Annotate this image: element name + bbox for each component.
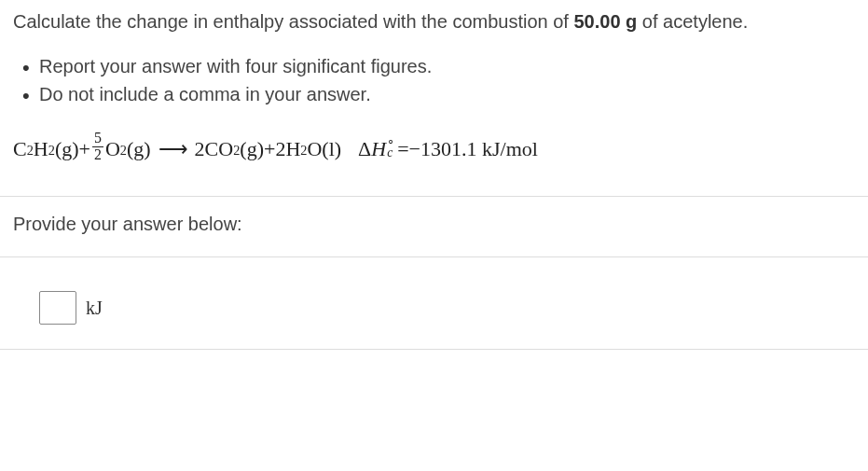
- eq-subsup: ∘c: [386, 138, 397, 159]
- eq-text: O: [307, 133, 322, 164]
- eq-text: O: [105, 133, 120, 164]
- reactant-1: C2H2(g): [13, 133, 79, 164]
- instruction-list: Report your answer with four significant…: [13, 52, 855, 108]
- eq-subc: c: [387, 144, 393, 162]
- instruction-item: Do not include a comma in your answer.: [39, 80, 855, 108]
- intro-after: of acetylene.: [637, 11, 748, 32]
- answer-prompt: Provide your answer below:: [13, 197, 855, 247]
- reactant-2: O2(g): [105, 133, 151, 164]
- frac-num: 5: [92, 131, 103, 147]
- eq-value: −1301.1 kJ/mol: [409, 133, 538, 164]
- unit-label: kJ: [86, 294, 103, 322]
- intro-before: Calculate the change in enthalpy associa…: [13, 11, 573, 32]
- frac-den: 2: [92, 147, 103, 163]
- divider: [0, 349, 868, 350]
- equation: C2H2(g) + 5 2 O2(g) ⟶ 2 CO2(g) + 2 H2O(l…: [13, 132, 855, 164]
- product-2: 2 H2O(l): [275, 133, 341, 164]
- arrow-icon: ⟶: [158, 133, 187, 164]
- eq-text: H: [34, 133, 48, 164]
- eq-coef: 2: [275, 133, 285, 164]
- instruction-item: Report your answer with four significant…: [39, 52, 855, 80]
- eq-delta: Δ: [358, 133, 371, 164]
- eq-equals: =: [397, 133, 408, 164]
- eq-phase: (g): [55, 133, 79, 164]
- eq-phase: (l): [322, 133, 341, 164]
- eq-text: C: [13, 133, 27, 164]
- delta-h: ΔH∘c: [358, 133, 397, 164]
- intro-mass: 50.00 g: [573, 11, 637, 32]
- answer-area: kJ: [13, 257, 855, 349]
- eq-phase: (g): [240, 133, 264, 164]
- eq-text: H: [285, 133, 300, 164]
- fraction: 5 2: [92, 131, 103, 162]
- eq-coef: 2: [195, 133, 205, 164]
- eq-phase: (g): [127, 133, 151, 164]
- answer-input[interactable]: [39, 291, 76, 325]
- eq-plus: +: [79, 133, 90, 164]
- product-1: 2 CO2(g): [195, 133, 264, 164]
- question-intro: Calculate the change in enthalpy associa…: [13, 7, 855, 35]
- eq-plus: +: [264, 133, 275, 164]
- eq-text: CO: [205, 133, 234, 164]
- eq-H: H: [371, 133, 386, 164]
